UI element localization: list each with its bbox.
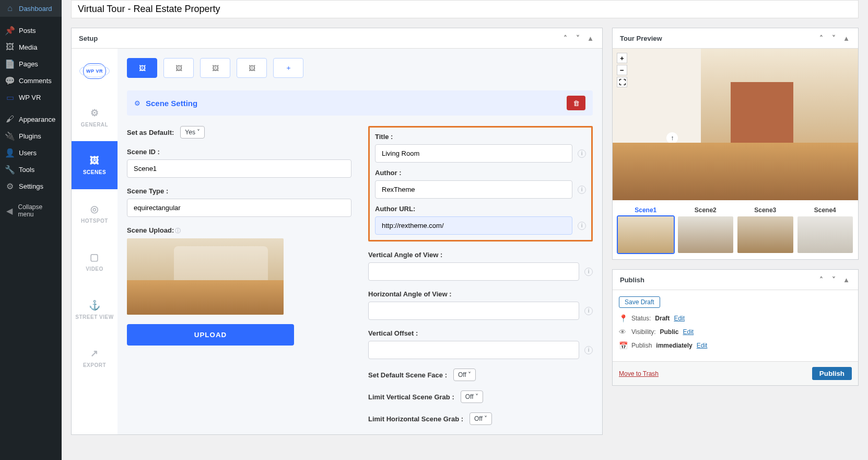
comments-icon: 💬 (5, 76, 15, 85)
panel-down-icon[interactable]: ˅ (829, 275, 838, 284)
scene-upload-label: Scene Upload:ⓘ (127, 226, 351, 235)
limit-horizontal-select[interactable]: Off ˅ (470, 412, 492, 425)
tab-video[interactable]: ▢VIDEO (72, 237, 118, 285)
image-icon: 🖼 (90, 155, 100, 166)
zoom-out-button[interactable]: − (617, 65, 627, 75)
set-default-select[interactable]: Yes ˅ (180, 126, 205, 139)
eye-icon: 👁 (619, 328, 627, 336)
move-to-trash-link[interactable]: Move to Trash (619, 370, 659, 377)
help-icon[interactable]: i (584, 268, 593, 276)
haov-input[interactable] (368, 302, 579, 320)
voffset-input[interactable] (368, 341, 579, 359)
tour-preview-viewport[interactable]: ↑ + − ⛶ (613, 49, 858, 200)
tab-hotspot[interactable]: ◎HOTSPOT (72, 189, 118, 237)
help-icon[interactable]: i (578, 222, 586, 230)
menu-plugins[interactable]: 🔌Plugins (0, 128, 62, 144)
tab-label: HOTSPOT (81, 218, 108, 224)
menu-appearance[interactable]: 🖌Appearance (0, 111, 62, 128)
pin-icon: 📍 (619, 314, 627, 323)
menu-label: Comments (19, 77, 52, 85)
tab-export[interactable]: ↗EXPORT (72, 334, 118, 382)
menu-comments[interactable]: 💬Comments (0, 72, 62, 89)
user-icon: 👤 (5, 148, 15, 157)
tab-general[interactable]: ⚙GENERAL (72, 93, 118, 141)
panel-down-icon[interactable]: ˅ (573, 33, 582, 43)
scene-type-label: Scene Type : (127, 187, 351, 195)
menu-label: Appearance (19, 116, 55, 123)
scene-id-input[interactable] (127, 159, 351, 178)
menu-label: Media (19, 43, 37, 51)
scene-type-input[interactable] (127, 199, 351, 217)
panel-toggle-icon[interactable]: ▴ (585, 33, 595, 43)
help-icon[interactable]: i (578, 186, 586, 194)
save-draft-button[interactable]: Save Draft (619, 296, 660, 308)
vaov-label: Vertical Angle of View : (368, 251, 593, 259)
wpvr-logo: WP VR (72, 49, 118, 93)
limit-vertical-select[interactable]: Off ˅ (461, 390, 483, 403)
menu-label: Settings (19, 182, 43, 190)
edit-visibility-link[interactable]: Edit (683, 328, 694, 336)
panel-toggle-icon[interactable]: ▴ (841, 275, 851, 284)
scene-tab-4[interactable]: 🖼 (237, 58, 267, 78)
menu-users[interactable]: 👤Users (0, 144, 62, 161)
post-title-input[interactable] (71, 0, 859, 18)
page-icon: 📄 (5, 59, 15, 68)
scene-thumb-3[interactable]: Scene3 (737, 206, 793, 253)
menu-media[interactable]: 🖾Media (0, 39, 62, 55)
zoom-in-button[interactable]: + (617, 53, 627, 63)
author-input[interactable] (375, 180, 572, 199)
help-icon[interactable]: i (584, 307, 593, 315)
menu-pages[interactable]: 📄Pages (0, 55, 62, 72)
scene-thumb-1[interactable]: Scene1 (618, 206, 674, 253)
wrench-icon: 🔧 (5, 165, 15, 174)
help-icon[interactable]: i (578, 150, 586, 158)
edit-status-link[interactable]: Edit (674, 315, 685, 322)
scene-tab-add[interactable]: ＋ (273, 58, 303, 78)
menu-tools[interactable]: 🔧Tools (0, 161, 62, 178)
visibility-label: Visibility: (631, 328, 655, 336)
brush-icon: 🖌 (5, 114, 15, 124)
scene-tab-2[interactable]: 🖼 (163, 58, 194, 78)
publish-button[interactable]: Publish (812, 367, 852, 380)
delete-scene-button[interactable]: 🗑 (567, 96, 585, 110)
target-icon: ◎ (90, 203, 99, 215)
tab-streetview[interactable]: ⚓STREET VIEW (72, 285, 118, 334)
scene-heading: Scene Setting (146, 99, 197, 108)
scene-thumb-4[interactable]: Scene4 (797, 206, 853, 253)
panel-up-icon[interactable]: ˄ (816, 275, 826, 284)
edit-publish-date-link[interactable]: Edit (697, 342, 708, 349)
collapse-menu[interactable]: ◀Collapse menu (0, 200, 62, 222)
scene-id-label: Scene ID : (127, 148, 351, 156)
collapse-icon: ◀ (5, 206, 14, 215)
panel-down-icon[interactable]: ˅ (829, 33, 838, 43)
menu-label: Plugins (19, 132, 41, 140)
panel-up-icon[interactable]: ˄ (816, 33, 826, 43)
title-input[interactable] (375, 144, 572, 163)
author-url-input[interactable] (375, 216, 572, 235)
publish-title: Publish (620, 276, 644, 284)
vaov-input[interactable] (368, 262, 579, 281)
hotspot-arrow-icon[interactable]: ↑ (666, 132, 678, 144)
cog-icon: ⚙ (5, 181, 15, 191)
status-value: Draft (655, 315, 670, 322)
anchor-icon: ⚓ (89, 300, 101, 311)
menu-settings[interactable]: ⚙Settings (0, 178, 62, 194)
panel-toggle-icon[interactable]: ▴ (841, 33, 851, 43)
upload-button[interactable]: UPLOAD (127, 324, 294, 346)
panel-up-icon[interactable]: ˄ (560, 33, 570, 43)
visibility-value: Public (660, 328, 678, 336)
help-icon[interactable]: i (584, 346, 593, 354)
menu-dashboard[interactable]: ⌂Dashboard (0, 0, 62, 17)
gear-icon: ⚙ (134, 99, 140, 107)
scene-thumb-2[interactable]: Scene2 (678, 206, 734, 253)
fullscreen-button[interactable]: ⛶ (617, 77, 627, 87)
gear-icon: ⚙ (90, 107, 99, 119)
status-label: Status: (631, 315, 651, 322)
menu-posts[interactable]: 📌Posts (0, 22, 62, 39)
default-scene-face-select[interactable]: Off ˅ (453, 369, 476, 381)
scene-tab-3[interactable]: 🖼 (200, 58, 230, 78)
tab-label: STREET VIEW (75, 314, 113, 320)
menu-wpvr[interactable]: ▭WP VR (0, 89, 62, 106)
tab-scenes[interactable]: 🖼SCENES (72, 141, 118, 189)
scene-tab-1[interactable]: 🖼 (127, 58, 157, 78)
